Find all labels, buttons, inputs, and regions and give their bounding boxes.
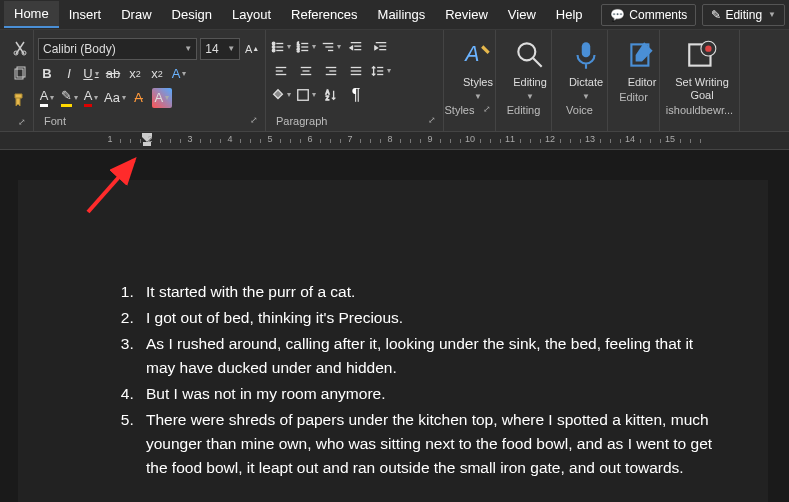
ruler-tick: 1 xyxy=(107,134,112,144)
svg-point-8 xyxy=(272,49,275,52)
ruler-tick: 3 xyxy=(187,134,192,144)
ruler-tick: 13 xyxy=(585,134,595,144)
ruler-tick: 8 xyxy=(387,134,392,144)
document-area: It started with the purr of a cat. I got… xyxy=(0,150,789,502)
tab-insert[interactable]: Insert xyxy=(59,2,112,27)
ruler-tick: 14 xyxy=(625,134,635,144)
list-item[interactable]: There were shreds of papers under the ki… xyxy=(138,408,718,480)
dictate-button[interactable]: Dictate▼ xyxy=(556,32,616,102)
highlight-button[interactable]: ✎▾ xyxy=(60,88,78,108)
styles-group-label: Styles xyxy=(445,104,475,116)
ruler-tick: 6 xyxy=(307,134,312,144)
superscript-button[interactable]: x2 xyxy=(148,64,166,84)
chevron-down-icon: ▼ xyxy=(582,92,590,101)
clipboard-launcher-icon[interactable]: ⤢ xyxy=(15,117,29,127)
horizontal-ruler[interactable]: 123456789101112131415 xyxy=(0,132,789,150)
show-marks-button[interactable]: ¶ xyxy=(345,85,367,105)
chevron-down-icon: ▼ xyxy=(227,44,235,53)
tab-layout[interactable]: Layout xyxy=(222,2,281,27)
editing-group-label: Editing xyxy=(507,104,541,116)
chevron-down-icon: ▼ xyxy=(768,10,776,19)
list-item[interactable]: But I was not in my room anymore. xyxy=(138,382,718,406)
tab-mailings[interactable]: Mailings xyxy=(368,2,436,27)
target-icon xyxy=(685,38,719,72)
sort-button[interactable]: AZ xyxy=(320,85,342,105)
decrease-indent-button[interactable] xyxy=(345,37,367,57)
comments-button[interactable]: 💬 Comments xyxy=(601,4,696,26)
numbering-button[interactable]: 123▾ xyxy=(295,37,317,57)
align-center-button[interactable] xyxy=(295,61,317,81)
paragraph-launcher-icon[interactable]: ⤢ xyxy=(425,115,439,127)
align-left-button[interactable] xyxy=(270,61,292,81)
svg-text:3: 3 xyxy=(297,48,300,53)
voice-group-label: Voice xyxy=(566,104,593,116)
justify-button[interactable] xyxy=(345,61,367,81)
change-case-button[interactable]: Aa▾ xyxy=(104,88,126,108)
text-effects-button[interactable]: A▾ xyxy=(170,64,188,84)
ribbon: ⤢ Calibri (Body)▼ 14▼ A▲ B I U▾ ab x2 x2… xyxy=(0,30,789,132)
copy-button[interactable] xyxy=(9,64,31,84)
borders-button[interactable]: ▾ xyxy=(295,85,317,105)
chevron-down-icon: ▼ xyxy=(184,44,192,53)
svg-line-45 xyxy=(533,58,542,67)
tab-home[interactable]: Home xyxy=(4,1,59,28)
list-item[interactable]: It started with the purr of a cat. xyxy=(138,280,718,304)
italic-button[interactable]: I xyxy=(60,64,78,84)
svg-text:Z: Z xyxy=(326,95,330,101)
underline-button[interactable]: U▾ xyxy=(82,64,100,84)
microphone-icon xyxy=(569,38,603,72)
tab-draw[interactable]: Draw xyxy=(111,2,161,27)
font-color2-button[interactable]: A▾ xyxy=(38,88,56,108)
multilevel-list-button[interactable]: ▾ xyxy=(320,37,342,57)
tab-references[interactable]: References xyxy=(281,2,367,27)
comment-icon: 💬 xyxy=(610,8,625,22)
svg-point-6 xyxy=(272,45,275,48)
list-item[interactable]: As I rushed around, calling after it, lo… xyxy=(138,332,718,380)
font-color-button[interactable]: A▾ xyxy=(82,88,100,108)
svg-text:A: A xyxy=(463,42,479,66)
grow-font-button[interactable]: A▲ xyxy=(243,39,261,59)
font-size-select[interactable]: 14▼ xyxy=(200,38,240,60)
numbered-list: It started with the purr of a cat. I got… xyxy=(78,280,718,480)
pencil-icon: ✎ xyxy=(711,8,721,22)
font-name-select[interactable]: Calibri (Body)▼ xyxy=(38,38,197,60)
ruler-tick: 5 xyxy=(267,134,272,144)
strikethrough-button[interactable]: ab xyxy=(104,64,122,84)
search-icon xyxy=(513,38,547,72)
tab-view[interactable]: View xyxy=(498,2,546,27)
clear-formatting-button[interactable]: A̶ xyxy=(130,88,148,108)
paragraph-group: ▾ 123▾ ▾ ▾ ▾ ▾ AZ ¶ Paragraph⤢ xyxy=(266,30,444,131)
line-spacing-button[interactable]: ▾ xyxy=(370,61,392,81)
font-group-label: Font xyxy=(44,115,66,127)
list-item[interactable]: I got out of bed, thinking it's Precious… xyxy=(138,306,718,330)
ruler-tick: 11 xyxy=(505,134,515,144)
character-shading-button[interactable]: A▾ xyxy=(152,88,172,108)
svg-point-4 xyxy=(272,42,275,45)
ruler-tick: 12 xyxy=(545,134,555,144)
goal-group-label: ishouldbewr... xyxy=(666,104,733,116)
paragraph-group-label: Paragraph xyxy=(276,115,327,127)
editing-button[interactable]: Editing▼ xyxy=(500,32,560,102)
set-writing-goal-button[interactable]: Set WritingGoal xyxy=(664,32,740,102)
format-painter-button[interactable] xyxy=(9,90,31,110)
align-right-button[interactable] xyxy=(320,61,342,81)
shading-button[interactable]: ▾ xyxy=(270,85,292,105)
bullets-button[interactable]: ▾ xyxy=(270,37,292,57)
font-group: Calibri (Body)▼ 14▼ A▲ B I U▾ ab x2 x2 A… xyxy=(34,30,266,131)
svg-point-50 xyxy=(705,45,711,51)
styles-launcher-icon[interactable]: ⤢ xyxy=(480,104,494,116)
tab-review[interactable]: Review xyxy=(435,2,498,27)
font-launcher-icon[interactable]: ⤢ xyxy=(247,115,261,127)
increase-indent-button[interactable] xyxy=(370,37,392,57)
svg-point-44 xyxy=(518,43,535,60)
bold-button[interactable]: B xyxy=(38,64,56,84)
tab-help[interactable]: Help xyxy=(546,2,593,27)
tab-design[interactable]: Design xyxy=(162,2,222,27)
page[interactable]: It started with the purr of a cat. I got… xyxy=(18,180,768,502)
cut-button[interactable] xyxy=(9,38,31,58)
ruler-tick: 9 xyxy=(427,134,432,144)
editing-mode-button[interactable]: ✎ Editing ▼ xyxy=(702,4,785,26)
menu-bar: Home Insert Draw Design Layout Reference… xyxy=(0,0,789,30)
subscript-button[interactable]: x2 xyxy=(126,64,144,84)
svg-rect-40 xyxy=(298,89,309,100)
